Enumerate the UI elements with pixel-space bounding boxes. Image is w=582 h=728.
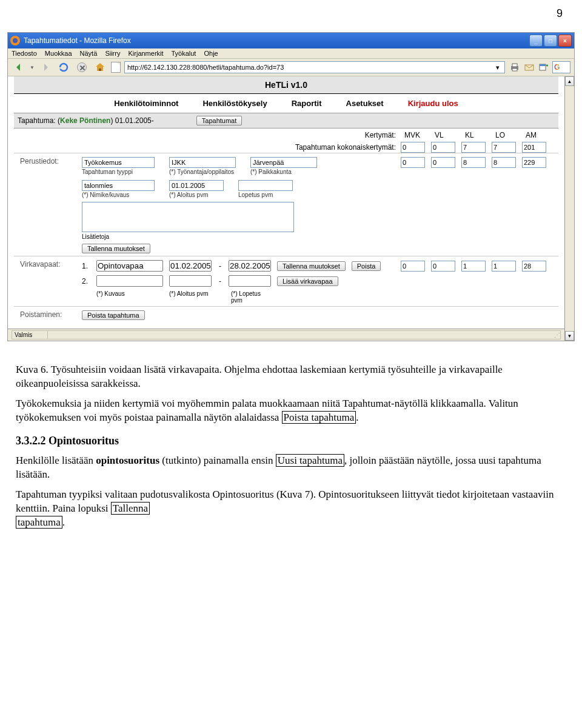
nav-henkilostokysely[interactable]: Henkilöstökysely [202,99,267,108]
mail-icon[interactable] [523,61,535,73]
virka-row2-num: 2. [82,277,90,286]
home-button[interactable] [93,61,107,74]
app-content: HeTLi v1.0 Henkilötoiminnot Henkilöstöky… [8,76,564,329]
lisatietoja-caption: Lisätietoja [82,233,552,240]
paragraph-3: Henkilölle lisätään opintosuoritus (tutk… [16,454,566,482]
forward-button[interactable] [38,61,53,74]
tyonantaja-input[interactable] [169,157,236,168]
url-text: http://62.142.130.228:8080/hetli/tapahtu… [127,64,284,71]
new-window-icon[interactable] [538,61,550,73]
statusbar: Valmis ⋰ [8,329,564,341]
virka-aloitus-1[interactable] [169,260,212,272]
search-box[interactable]: G [552,61,570,73]
document-body: Kuva 6. Työsuhteisiin voidaan lisätä vir… [7,353,575,539]
virka-kert-am[interactable] [522,261,546,272]
tapahtumat-button[interactable]: Tapahtumat [196,116,242,125]
menu-file[interactable]: Tiedosto [12,50,37,57]
menu-view[interactable]: Näytä [80,50,98,57]
page-number: 9 [7,7,575,20]
toolbar: ▼ http://62.142.130.228:8080/hetli/tapah… [8,59,574,76]
virka-kuvaus-2[interactable] [96,275,163,287]
maximize-button[interactable]: □ [544,35,557,47]
svg-rect-2 [512,64,517,67]
status-text: Valmis [12,330,48,339]
kert2-am[interactable] [522,157,546,168]
lisatietoja-textarea[interactable] [82,202,294,232]
vertical-scrollbar[interactable]: ▲ ▼ [564,76,574,341]
virka-aloitus-2[interactable] [169,275,212,287]
nav-kirjaudu-ulos[interactable]: Kirjaudu ulos [408,99,458,108]
nimike-input[interactable] [82,180,155,191]
lopetus-input[interactable] [238,180,293,191]
aloitus-input[interactable] [169,180,224,191]
app-nav: Henkilötoiminnot Henkilöstökysely Raport… [14,94,558,113]
tapahtuma-tyyppi-input[interactable] [82,157,155,168]
virka-kuvaus-1[interactable] [96,260,163,272]
resize-grip[interactable]: ⋰ [554,332,558,338]
menu-go[interactable]: Siirry [105,50,120,57]
virka-kert-vl[interactable] [431,261,455,272]
kert-total-lo[interactable] [492,142,516,153]
kert-total-vl[interactable] [431,142,455,153]
lopetus-caption: Lopetus pvm [238,192,293,198]
url-input[interactable]: http://62.142.130.228:8080/hetli/tapahtu… [124,61,505,73]
virka-kert-mvk[interactable] [401,261,425,272]
url-dropdown-icon[interactable]: ▾ [493,63,502,72]
kert2-lo[interactable] [492,157,516,168]
perustiedot-pane: Perustiedot: Tapahtuman tyyppi (*) Työna… [14,153,558,256]
virka-lopetus-1[interactable] [229,260,271,272]
boxed-uusi-tapahtuma: Uusi tapahtuma [276,454,344,467]
kert-total-mvk[interactable] [401,142,425,153]
kertymat-label: Kertymät: [365,131,396,139]
close-button[interactable]: × [558,35,572,47]
stop-button[interactable] [75,61,89,74]
nav-raportit[interactable]: Raportit [292,99,322,108]
paikkakunta-caption: (*) Paikkakunta [250,169,317,175]
menu-help[interactable]: Ohje [204,50,218,57]
scroll-down-icon[interactable]: ▼ [565,331,574,341]
col-lo: LO [492,131,522,139]
figure-caption: Kuva 6. Työsuhteisiin voidaan lisätä vir… [16,363,566,391]
virkavapaat-label: Virkavapaat: [20,260,75,269]
minimize-button[interactable]: _ [529,35,543,47]
virka-kert-lo[interactable] [492,261,516,272]
boxed-tapahtuma: tapahtuma [16,516,62,529]
nav-asetukset[interactable]: Asetukset [346,99,384,108]
col-vl: VL [431,131,461,139]
nav-henkilotoiminnot[interactable]: Henkilötoiminnot [114,99,178,108]
kert-total-am[interactable] [522,142,546,153]
kert2-kl[interactable] [461,157,486,168]
lisaa-virkavapaa-button[interactable]: Lisää virkavapaa [277,276,338,286]
virka-kuvaus-caption: (*) Kuvaus [96,290,163,304]
kert2-mvk[interactable] [401,157,425,168]
back-button[interactable] [12,61,26,74]
aloitus-caption: (*) Aloitus pvm [169,192,224,198]
virka-lopetus-caption: (*) Lopetus pvm [231,290,273,304]
virka-kert-kl[interactable] [461,261,486,272]
reload-button[interactable] [56,61,71,74]
nimike-caption: (*) Nimike/kuvaus [82,192,155,198]
browser-window: Tapahtumatiedot - Mozilla Firefox _ □ × … [7,32,575,341]
menu-bookmarks[interactable]: Kirjanmerkit [129,50,164,57]
virka-aloitus-caption: (*) Aloitus pvm [169,290,212,304]
tallenna-muutokset-button[interactable]: Tallenna muutokset [82,244,150,253]
svg-rect-3 [512,68,517,71]
kert2-vl[interactable] [431,157,455,168]
poistaminen-pane: Poistaminen: Poista tapahtuma [14,306,558,322]
virka-lopetus-2[interactable] [229,275,271,287]
kert-total-kl[interactable] [461,142,486,153]
poista-tapahtuma-button[interactable]: Poista tapahtuma [82,310,145,320]
window-title: Tapahtumatiedot - Mozilla Firefox [24,36,529,45]
col-mvk: MVK [401,131,431,139]
print-icon[interactable] [509,61,521,73]
paikkakunta-input[interactable] [250,157,317,168]
virkavapaat-pane: Virkavapaat: 1. - Tallenna muutokset Poi… [14,256,558,306]
virka-tallenna-1[interactable]: Tallenna muutokset [277,261,346,271]
virka-poista-1[interactable]: Poista [352,261,381,271]
menu-tools[interactable]: Työkalut [171,50,196,57]
menu-edit[interactable]: Muokkaa [45,50,72,57]
scroll-up-icon[interactable]: ▲ [565,76,574,86]
tyonantaja-caption: (*) Työnantaja/oppilaitos [169,169,236,175]
paragraph-2: Työkokemuksia ja niiden kertymiä voi myö… [16,397,566,425]
tyyppi-caption: Tapahtuman tyyppi [82,169,155,175]
